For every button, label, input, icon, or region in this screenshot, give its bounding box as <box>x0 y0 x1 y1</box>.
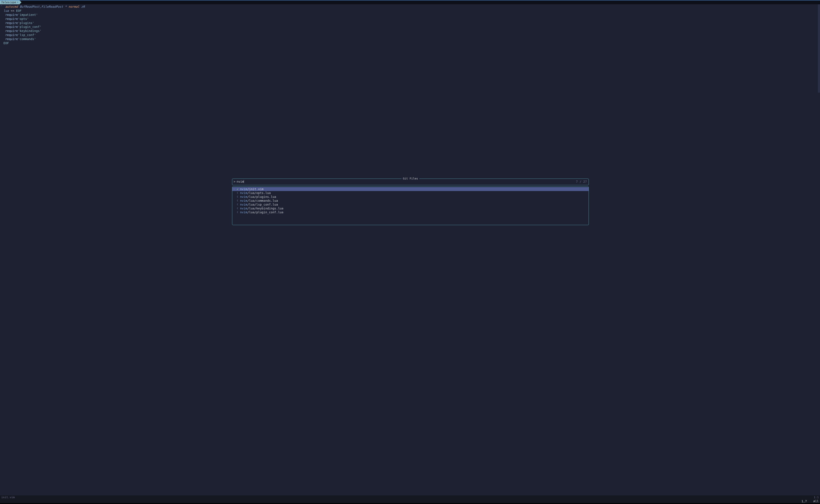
result-path: nvim/lua/keybindings.lua <box>240 206 283 211</box>
statusline-filename: init.vim <box>1 495 15 499</box>
lua-filetype-icon: ☾ <box>236 195 239 199</box>
command-line[interactable]: 1,7 All <box>0 499 820 503</box>
fold-gutter[interactable] <box>0 21 3 25</box>
telescope-prompt-box: Git Files > nvim 7 / 27 <box>232 179 589 185</box>
fold-gutter[interactable]: ^ <box>0 5 3 9</box>
code-text: require'plugins' <box>3 21 34 25</box>
code-text: autocmd BufReadPost,FileReadPost * norma… <box>3 5 85 9</box>
telescope-picker: Git Files > nvim 7 / 27 >✔nvim/init.vim … <box>232 179 589 225</box>
result-item[interactable]: ☾nvim/lua/commands.lua <box>232 199 589 203</box>
fold-gutter[interactable] <box>0 33 3 37</box>
result-path: nvim/lua/opts.lua <box>240 191 271 195</box>
code-line[interactable]: require'lsp_conf' <box>0 33 818 37</box>
code-line[interactable]: require'plugins' <box>0 21 818 25</box>
tab-telescope[interactable]: Telescope • <box>0 0 20 4</box>
result-item[interactable]: ☾nvim/lua/plugin_conf.lua <box>232 210 589 214</box>
modified-icon: • <box>17 0 18 4</box>
code-text: require'lsp_conf' <box>3 33 36 37</box>
statusline-ruler: 1:1 <box>814 495 819 499</box>
fold-gutter[interactable] <box>0 37 3 41</box>
code-text: require'impatient' <box>3 13 38 17</box>
result-item[interactable]: ☾nvim/lua/keybindings.lua <box>232 206 589 210</box>
code-line[interactable]: ^ autocmd BufReadPost,FileReadPost * nor… <box>0 5 818 9</box>
result-path: nvim/init.vim <box>240 187 264 191</box>
code-line[interactable]: require'impatient' <box>0 13 818 17</box>
result-item[interactable]: ☾nvim/lua/plugins.lua <box>232 195 589 199</box>
fold-gutter[interactable] <box>0 13 3 17</box>
selection-caret-icon: > <box>233 187 235 191</box>
code-text: require'commands' <box>3 37 36 41</box>
result-item[interactable]: ☾nvim/lua/opts.lua <box>232 191 589 195</box>
tabline: Telescope • <box>0 0 820 4</box>
search-input[interactable]: nvim <box>236 180 244 184</box>
result-item[interactable]: ☾nvim/lua/lsp_conf.lua <box>232 203 589 206</box>
fold-gutter[interactable] <box>0 17 3 21</box>
code-line[interactable]: lua << EOF <box>0 9 818 13</box>
fold-gutter[interactable] <box>0 25 3 29</box>
result-path: nvim/lua/plugins.lua <box>240 195 276 199</box>
code-text: require'keybindings' <box>3 29 41 33</box>
buffer-view[interactable]: ^ autocmd BufReadPost,FileReadPost * nor… <box>0 4 818 495</box>
lua-filetype-icon: ☾ <box>236 203 239 206</box>
lua-filetype-icon: ☾ <box>236 207 239 210</box>
code-line[interactable]: require'commands' <box>0 37 818 41</box>
code-line[interactable]: require'opts' <box>0 17 818 21</box>
cmd-ruler: 1,7 <box>801 499 807 503</box>
result-path: nvim/lua/lsp_conf.lua <box>240 203 278 207</box>
bottom-border <box>0 503 820 504</box>
code-text: require'plugin_conf' <box>3 25 41 29</box>
code-line[interactable]: EOF <box>0 41 818 45</box>
lua-filetype-icon: ☾ <box>236 191 239 195</box>
telescope-title: Git Files <box>401 177 419 181</box>
cmd-position: All <box>813 499 819 503</box>
result-path: nvim/lua/plugin_conf.lua <box>240 210 283 214</box>
fold-gutter[interactable] <box>0 29 3 33</box>
code-text: lua << EOF <box>3 9 21 13</box>
neovim-window: Telescope • ^ autocmd BufReadPost,FileRe… <box>0 0 820 504</box>
scrollbar[interactable] <box>818 4 820 495</box>
telescope-results: >✔nvim/init.vim ☾nvim/lua/opts.lua ☾nvim… <box>232 187 589 225</box>
vim-filetype-icon: ✔ <box>236 187 239 191</box>
result-item[interactable]: >✔nvim/init.vim <box>232 187 589 191</box>
result-path: nvim/lua/commands.lua <box>240 199 278 203</box>
lua-filetype-icon: ☾ <box>236 199 239 202</box>
editor-area: ^ autocmd BufReadPost,FileReadPost * nor… <box>0 4 820 495</box>
code-text: EOF <box>3 41 9 45</box>
result-count: 7 / 27 <box>576 180 587 184</box>
code-line[interactable]: require'plugin_conf' <box>0 25 818 29</box>
tab-label: Telescope <box>1 0 16 4</box>
fold-gutter[interactable] <box>0 41 3 45</box>
scrollbar-thumb[interactable] <box>818 4 820 93</box>
statusline: init.vim 1:1 <box>0 495 820 499</box>
code-text: require'opts' <box>3 17 29 21</box>
fold-gutter[interactable] <box>0 9 3 13</box>
prompt-prefix-icon: > <box>233 180 235 184</box>
code-line[interactable]: require'keybindings' <box>0 29 818 33</box>
lua-filetype-icon: ☾ <box>236 211 239 214</box>
